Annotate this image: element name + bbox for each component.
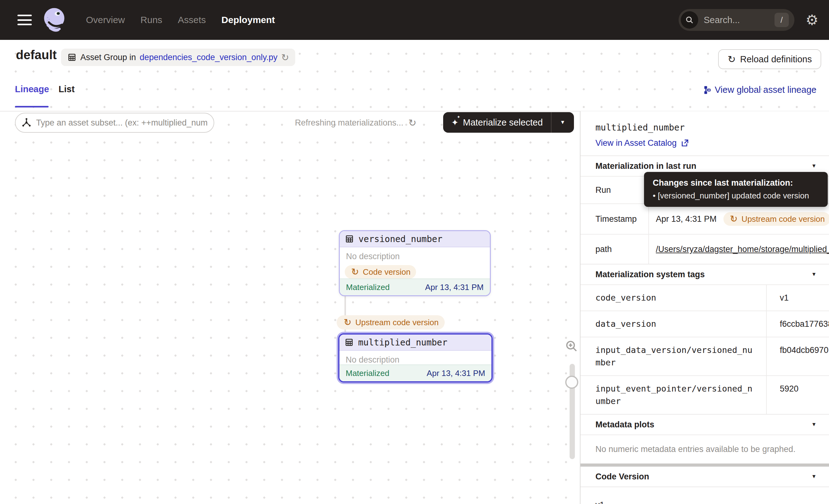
chevron-down-icon: ▼ <box>811 422 817 428</box>
tag-value: v1 <box>766 285 829 311</box>
dagster-logo-icon[interactable] <box>40 6 69 34</box>
search-shortcut-key: / <box>774 13 789 27</box>
asset-group-breadcrumb: Asset Group in dependencies_code_version… <box>61 48 295 66</box>
op-selector-icon <box>21 117 32 128</box>
selected-asset-name: multiplied_number <box>596 122 829 133</box>
code-version-chip[interactable]: ↻ ! Code version <box>345 265 416 279</box>
section-label: Metadata plots <box>596 420 654 430</box>
tag-key: data_version <box>580 311 766 337</box>
chevron-down-icon: ▼ <box>811 473 817 480</box>
catalog-link-label: View in Asset Catalog <box>596 138 677 148</box>
page-content: default Asset Group in dependencies_code… <box>0 40 829 504</box>
global-search[interactable]: / <box>679 9 794 31</box>
asset-node-footer: Materialized Apr 13, 4:31 PM <box>340 279 490 295</box>
sparkle-icon: ✦ <box>457 115 460 119</box>
tooltip-item: [versioned_number] updated code version <box>653 191 819 201</box>
asset-node-chips: ↻ ! Code version <box>340 261 490 279</box>
upstream-code-version-badge: ↻ ! Upstream code version <box>337 315 445 330</box>
run-label: Run <box>580 177 648 204</box>
lineage-graph-icon <box>701 85 711 95</box>
asset-node-multiplied-number[interactable]: multiplied_number No description Materia… <box>338 333 493 383</box>
table-asset-icon <box>345 338 354 347</box>
changes-tooltip: Changes since last materialization: [ver… <box>644 172 828 207</box>
section-label: Materialization in last run <box>596 161 696 171</box>
zoom-in-icon[interactable] <box>564 339 579 353</box>
view-global-label: View global asset lineage <box>715 85 817 95</box>
asset-node-header: multiplied_number <box>339 334 492 351</box>
asset-group-prefix: Asset Group in <box>80 52 136 62</box>
asset-node-name: versioned_number <box>358 234 442 244</box>
panel-section-divider[interactable] <box>580 464 829 467</box>
code-version-chip-label: Code version <box>363 267 410 277</box>
asset-subset-input[interactable] <box>36 118 208 128</box>
materialize-selected-button[interactable]: ✦ ✦ Materialize selected ▼ <box>443 112 574 133</box>
asset-node-name: multiplied_number <box>358 337 447 348</box>
code-version-icon: ↻ ! <box>343 318 352 327</box>
system-tag-row: input_event_pointer/versioned_number 592… <box>580 375 829 414</box>
dagster-app: Overview Runs Assets Deployment / ⚙ defa… <box>0 0 829 504</box>
nav-item-runs[interactable]: Runs <box>140 15 162 25</box>
metadata-plots-empty-note: No numeric metadata entries available to… <box>580 435 829 464</box>
external-link-icon <box>680 139 689 147</box>
path-value-link[interactable]: /Users/sryza/dagster_home/storage/multip… <box>656 245 829 254</box>
asset-node-versioned-number[interactable]: versioned_number No description ↻ ! Code… <box>339 230 491 296</box>
tag-key: code_version <box>580 285 766 311</box>
path-label: path <box>580 235 648 264</box>
chevron-down-icon: ▼ <box>811 271 817 278</box>
asset-details-panel: multiplied_number View in Asset Catalog … <box>580 111 829 504</box>
materialized-status: Materialized <box>346 368 389 378</box>
timestamp-row: Timestamp Apr 13, 4:31 PM ↻ ! Upstream c… <box>580 204 829 234</box>
code-version-icon: ↻ ! <box>729 214 738 224</box>
nav-item-deployment[interactable]: Deployment <box>221 15 275 25</box>
view-global-asset-lineage-link[interactable]: View global asset lineage <box>701 85 817 95</box>
tab-lineage[interactable]: Lineage <box>15 84 49 95</box>
materialize-label: Materialize selected <box>463 117 542 128</box>
materialized-timestamp-link[interactable]: Apr 13, 4:31 PM <box>427 368 485 378</box>
active-tab-underline <box>15 106 48 107</box>
chevron-down-icon: ▼ <box>560 119 565 125</box>
nav-item-overview[interactable]: Overview <box>86 15 125 25</box>
tag-key: input_event_pointer/versioned_number <box>580 376 766 414</box>
section-label: Code Version <box>596 472 649 481</box>
panel-title-block: multiplied_number View in Asset Catalog <box>580 111 829 155</box>
hamburger-menu-icon[interactable] <box>17 15 32 25</box>
section-system-tags[interactable]: Materialization system tags ▼ <box>580 264 829 284</box>
materialize-main[interactable]: ✦ ✦ Materialize selected <box>443 112 551 133</box>
nav-item-assets[interactable]: Assets <box>178 15 206 25</box>
table-asset-icon <box>345 234 354 244</box>
tooltip-title: Changes since last materialization: <box>653 178 819 188</box>
refreshing-status: Refreshing materializations... ↻ <box>295 113 417 133</box>
asset-group-icon <box>67 52 77 62</box>
zoom-slider-handle[interactable] <box>565 376 578 389</box>
tag-key: input_data_version/versioned_number <box>580 337 766 375</box>
reload-icon: ↻ <box>727 53 735 65</box>
refresh-icon[interactable]: ↻ <box>408 117 417 129</box>
search-icon <box>681 11 698 29</box>
code-version-value: v1 <box>580 487 829 504</box>
tab-list[interactable]: List <box>59 84 75 95</box>
section-metadata-plots[interactable]: Metadata plots ▼ <box>580 414 829 435</box>
path-row: path /Users/sryza/dagster_home/storage/m… <box>580 234 829 264</box>
timestamp-label: Timestamp <box>580 204 648 234</box>
code-version-icon: ↻ ! <box>350 267 360 277</box>
page-title: default <box>16 48 57 62</box>
settings-gear-icon[interactable]: ⚙ <box>806 13 819 27</box>
refreshing-label: Refreshing materializations... <box>295 118 403 128</box>
search-input[interactable] <box>703 15 774 26</box>
section-code-version[interactable]: Code Version ▼ <box>580 467 829 487</box>
tag-value: fb04dcb6970 <box>766 337 829 375</box>
system-tag-row: data_version f6ccba177638 <box>580 311 829 337</box>
reload-definitions-label: Reload definitions <box>740 54 812 65</box>
asset-subset-filter[interactable] <box>15 113 214 133</box>
reload-definitions-button[interactable]: ↻ Reload definitions <box>718 49 821 69</box>
system-tag-row: input_data_version/versioned_number fb04… <box>580 337 829 375</box>
materialize-dropdown-toggle[interactable]: ▼ <box>551 112 574 133</box>
materialized-timestamp-link[interactable]: Apr 13, 4:31 PM <box>425 283 483 292</box>
top-nav-bar: Overview Runs Assets Deployment / ⚙ <box>0 0 829 40</box>
view-in-asset-catalog-link[interactable]: View in Asset Catalog <box>596 138 829 148</box>
reload-group-icon[interactable]: ↻ <box>281 52 289 63</box>
upstream-code-version-label: Upstream code version <box>742 214 825 224</box>
asset-node-description: No description <box>340 247 490 261</box>
tag-value: f6ccba177638 <box>766 311 829 337</box>
asset-group-file-link[interactable]: dependencies_code_version_only.py <box>140 52 278 62</box>
